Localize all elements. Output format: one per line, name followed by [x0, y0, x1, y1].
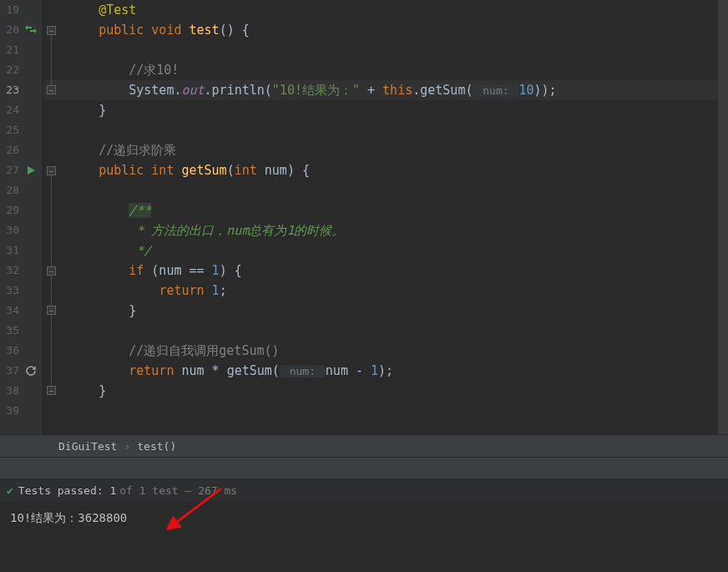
line-number[interactable]: 28: [0, 180, 43, 200]
tests-passed-label: Tests passed: 1: [18, 484, 116, 497]
breadcrumb-method[interactable]: test(): [137, 440, 176, 453]
console-line: 10!结果为：3628800: [10, 509, 718, 527]
breadcrumb-class[interactable]: DiGuiTest: [58, 440, 117, 453]
tool-window-header: [0, 458, 728, 478]
line-number[interactable]: 33: [0, 281, 43, 301]
code-line: public int getSum(int num) {: [68, 160, 728, 180]
breadcrumb[interactable]: DiGuiTest › test(): [0, 434, 728, 458]
line-number[interactable]: 39: [0, 401, 43, 421]
run-test-icon[interactable]: [23, 163, 38, 178]
test-status-bar: ✔ Tests passed: 1 of 1 test – 267 ms: [0, 478, 728, 502]
code-line: [68, 120, 728, 140]
code-line: }: [68, 301, 728, 321]
line-number[interactable]: 22: [0, 60, 43, 80]
line-number[interactable]: 34: [0, 301, 43, 321]
code-line: return num * getSum( num: num - 1);: [68, 361, 728, 381]
line-number[interactable]: 23: [0, 80, 43, 100]
line-number[interactable]: 30: [0, 220, 43, 240]
line-number[interactable]: 21: [0, 40, 43, 60]
code-line: //求10!: [68, 60, 728, 80]
tests-total: of 1 test – 267 ms: [119, 484, 237, 497]
line-number[interactable]: 31: [0, 240, 43, 261]
line-number[interactable]: 32: [0, 261, 43, 281]
code-line: public void test() {: [68, 20, 728, 40]
line-number[interactable]: 38: [0, 381, 43, 401]
code-line: [68, 40, 728, 60]
line-number[interactable]: 19: [0, 0, 43, 20]
line-number[interactable]: 36: [0, 341, 43, 361]
code-line: return 1;: [68, 281, 728, 301]
line-number[interactable]: 24: [0, 100, 43, 120]
line-number[interactable]: 25: [0, 120, 43, 140]
code-line: /**: [68, 200, 728, 220]
code-line: */: [68, 240, 728, 261]
code-line: if (num == 1) {: [68, 261, 728, 281]
code-line: //递归求阶乘: [68, 140, 728, 160]
recursive-icon[interactable]: [23, 363, 38, 378]
line-number[interactable]: 29: [0, 200, 43, 220]
line-number[interactable]: 35: [0, 321, 43, 341]
editor-scrollbar[interactable]: [718, 0, 728, 434]
code-line: }: [68, 100, 728, 120]
code-line: //递归自我调用getSum(): [68, 341, 728, 361]
console-output[interactable]: 10!结果为：3628800: [0, 502, 728, 572]
code-line: [68, 180, 728, 200]
code-line-active: System.out.println("10!结果为：" + this.getS…: [68, 80, 728, 100]
chevron-right-icon: ›: [124, 440, 130, 453]
editor-area: 1920212223242526272829303132333435363738…: [0, 0, 728, 434]
code-line: [68, 321, 728, 341]
code-line: }: [68, 381, 728, 401]
code-line: * 方法的出口，num总有为1的时候。: [68, 220, 728, 240]
check-icon: ✔: [7, 484, 13, 497]
code-area[interactable]: @Test public void test() { //求10! System…: [43, 0, 728, 434]
swap-icon[interactable]: [23, 23, 38, 38]
line-number[interactable]: 26: [0, 140, 43, 160]
code-line: @Test: [68, 0, 728, 20]
code-line: [68, 401, 728, 421]
